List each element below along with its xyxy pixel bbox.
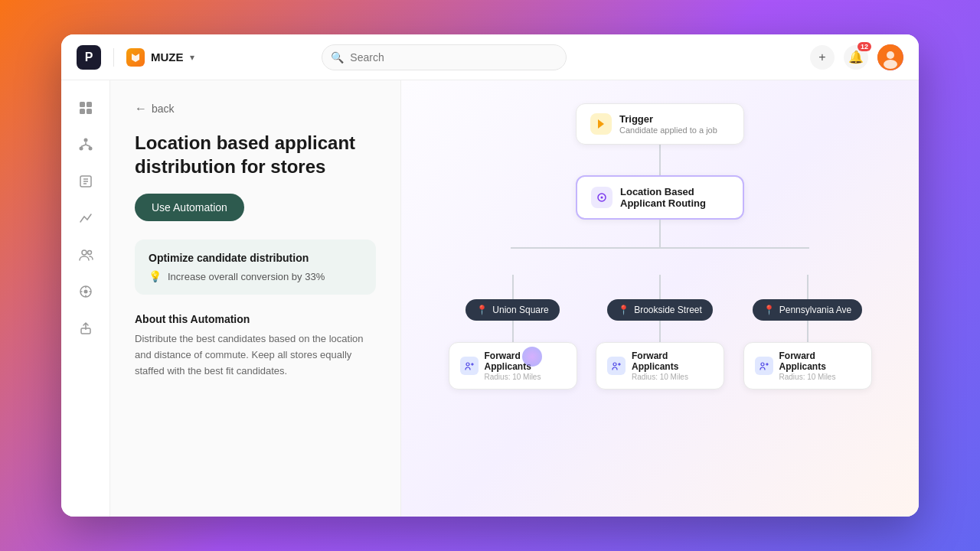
app-window: P MUZE ▾ 🔍 + 🔔 12 bbox=[61, 34, 919, 517]
forward-subtitle-3: Radius: 10 Miles bbox=[779, 373, 861, 381]
svg-point-30 bbox=[466, 363, 469, 366]
location-pin-icon-3: 📍 bbox=[763, 305, 775, 315]
forward-node-1[interactable]: Forward Applicants Radius: 10 Miles bbox=[449, 342, 577, 390]
svg-marker-27 bbox=[598, 119, 604, 129]
forward-subtitle-2: Radius: 10 Miles bbox=[632, 373, 713, 381]
info-card: Optimize candidate distribution 💡 Increa… bbox=[135, 240, 376, 295]
forward-node-3-content: Forward Applicants Radius: 10 Miles bbox=[779, 350, 861, 381]
svg-point-34 bbox=[761, 363, 764, 366]
svg-point-17 bbox=[82, 250, 87, 255]
svg-point-1 bbox=[887, 51, 894, 59]
brand-name-label: MUZE bbox=[151, 51, 184, 64]
location-label-1: Union Square bbox=[492, 305, 548, 315]
lightbulb-icon: 💡 bbox=[149, 270, 162, 282]
logo: P bbox=[77, 45, 101, 70]
branch-2: 📍 Brookside Street bbox=[593, 275, 727, 390]
svg-line-11 bbox=[81, 145, 86, 147]
trigger-node[interactable]: Trigger Candidate applied to a job bbox=[576, 103, 744, 145]
svg-point-32 bbox=[613, 363, 616, 366]
sidebar-item-dashboard[interactable] bbox=[70, 93, 101, 123]
brand-icon bbox=[126, 48, 145, 67]
flow-canvas: Trigger Candidate applied to a job bbox=[401, 80, 919, 517]
use-automation-button[interactable]: Use Automation bbox=[135, 194, 244, 221]
connector-2 bbox=[659, 220, 661, 247]
sidebar-item-org[interactable] bbox=[70, 129, 101, 160]
location-label-3: Pennsylvania Ave bbox=[779, 305, 852, 315]
sidebar-item-people[interactable] bbox=[70, 240, 101, 270]
info-card-item-text: Increase overall conversion by 33% bbox=[168, 271, 325, 282]
sidebar bbox=[61, 80, 110, 517]
svg-rect-4 bbox=[87, 102, 92, 107]
routing-node[interactable]: Location Based Applicant Routing bbox=[576, 175, 744, 220]
decorative-orb bbox=[522, 347, 542, 367]
sidebar-item-automation[interactable] bbox=[70, 276, 101, 307]
forward-icon-1 bbox=[460, 357, 479, 375]
svg-rect-6 bbox=[87, 109, 92, 114]
branches: 📍 Union Square bbox=[446, 275, 874, 390]
main-content: ← back Location based applicant distribu… bbox=[61, 80, 919, 517]
svg-point-18 bbox=[87, 251, 91, 255]
branch-area: 📍 Union Square bbox=[446, 220, 874, 390]
forward-subtitle-1: Radius: 10 Miles bbox=[485, 373, 566, 381]
location-pill-1[interactable]: 📍 Union Square bbox=[466, 299, 559, 321]
topbar: P MUZE ▾ 🔍 + 🔔 12 bbox=[61, 34, 919, 80]
topbar-right: + 🔔 12 bbox=[810, 44, 903, 70]
routing-title: Location Based Applicant Routing bbox=[620, 186, 729, 209]
forward-node-2[interactable]: Forward Applicants Radius: 10 Miles bbox=[596, 342, 724, 390]
flow-diagram: Trigger Candidate applied to a job bbox=[423, 103, 897, 390]
back-link[interactable]: ← back bbox=[135, 102, 376, 116]
chevron-down-icon: ▾ bbox=[190, 52, 194, 63]
branch-1-connector-bottom bbox=[512, 321, 514, 342]
search-bar[interactable]: 🔍 bbox=[322, 44, 567, 70]
page-title: Location based applicant distribution fo… bbox=[135, 131, 376, 178]
trigger-icon bbox=[590, 113, 612, 135]
connector-1 bbox=[659, 145, 661, 175]
branch-2-connector-bottom bbox=[659, 321, 661, 342]
trigger-subtitle: Candidate applied to a job bbox=[619, 126, 717, 135]
h-connector bbox=[511, 247, 809, 249]
branch-1: 📍 Union Square bbox=[446, 275, 580, 390]
branch-1-connector-top bbox=[512, 275, 514, 299]
branch-3: 📍 Pennsylvania Ave bbox=[740, 275, 874, 390]
location-pill-2[interactable]: 📍 Brookside Street bbox=[607, 299, 713, 321]
location-pin-icon-1: 📍 bbox=[476, 305, 488, 315]
search-icon: 🔍 bbox=[331, 51, 344, 64]
forward-title-2: Forward Applicants bbox=[632, 350, 713, 372]
svg-point-2 bbox=[884, 60, 897, 69]
svg-point-7 bbox=[83, 139, 87, 142]
forward-node-3[interactable]: Forward Applicants Radius: 10 Miles bbox=[743, 342, 872, 390]
search-input[interactable] bbox=[322, 44, 567, 70]
left-panel: ← back Location based applicant distribu… bbox=[110, 80, 401, 517]
svg-line-12 bbox=[86, 145, 90, 147]
svg-rect-3 bbox=[80, 102, 85, 107]
info-card-title: Optimize candidate distribution bbox=[149, 252, 362, 264]
topbar-divider bbox=[113, 48, 114, 67]
svg-point-20 bbox=[83, 290, 87, 294]
location-pill-3[interactable]: 📍 Pennsylvania Ave bbox=[753, 299, 863, 321]
branch-3-connector-top bbox=[807, 275, 808, 299]
svg-rect-5 bbox=[80, 109, 85, 114]
forward-node-2-content: Forward Applicants Radius: 10 Miles bbox=[632, 350, 713, 381]
branch-3-connector-bottom bbox=[807, 321, 808, 342]
location-pin-icon-2: 📍 bbox=[618, 305, 629, 315]
branch-2-connector-top bbox=[659, 275, 661, 299]
brand-selector[interactable]: MUZE ▾ bbox=[126, 48, 194, 67]
location-label-2: Brookside Street bbox=[634, 305, 702, 315]
forward-title-3: Forward Applicants bbox=[779, 350, 861, 372]
add-button[interactable]: + bbox=[810, 45, 835, 70]
about-description: Distribute the best candidates based on … bbox=[135, 331, 376, 379]
svg-point-9 bbox=[88, 147, 92, 151]
info-card-item: 💡 Increase overall conversion by 33% bbox=[149, 270, 362, 282]
routing-node-content: Location Based Applicant Routing bbox=[620, 186, 729, 209]
trigger-title: Trigger bbox=[619, 113, 717, 125]
notification-button[interactable]: 🔔 12 bbox=[844, 45, 868, 70]
forward-icon-3 bbox=[755, 357, 773, 375]
sidebar-item-analytics[interactable] bbox=[70, 203, 101, 233]
sidebar-item-library[interactable] bbox=[70, 166, 101, 197]
back-arrow-icon: ← bbox=[135, 102, 147, 116]
back-label: back bbox=[152, 103, 175, 115]
sidebar-item-export[interactable] bbox=[70, 313, 101, 344]
forward-icon-2 bbox=[607, 357, 626, 375]
notification-badge: 12 bbox=[858, 42, 871, 51]
avatar[interactable] bbox=[877, 44, 903, 70]
